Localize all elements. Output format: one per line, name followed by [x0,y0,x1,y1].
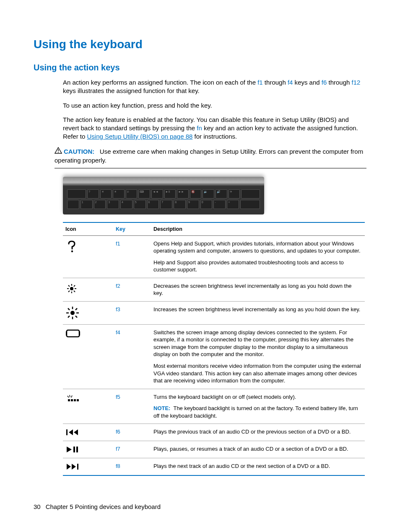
svg-rect-30 [77,399,79,401]
caution-text: Use extreme care when making changes in … [55,148,363,164]
desc-text: Plays the previous track of an audio CD … [153,428,362,436]
desc-text: Decreases the screen brightness level in… [153,282,362,297]
caution-label: CAUTION: [64,148,94,155]
chapter-label: Chapter 5 Pointing devices and keyboard [46,503,161,510]
key-ref-fn: fn [197,124,202,132]
text: keys and [293,79,321,86]
table-row: f7 Plays, pauses, or resumes a track of … [63,441,365,458]
svg-rect-27 [68,399,70,401]
svg-rect-32 [73,447,75,452]
play-pause-icon [63,441,113,458]
svg-line-25 [70,395,70,397]
svg-line-11 [68,291,70,292]
text: through [263,79,288,86]
key-cell: f5 [113,389,151,424]
svg-line-18 [75,316,77,318]
display-switch-icon [63,324,113,389]
table-row: f5 Turns the keyboard backlight on or of… [63,389,365,424]
key-cell: f6 [113,424,151,441]
key-cell: f4 [113,324,151,389]
brightness-up-icon [63,301,113,324]
svg-line-26 [71,395,72,398]
desc-text: Increases the screen brightness level in… [153,306,362,313]
key-cell: f2 [113,278,151,301]
backlight-icon [63,389,113,424]
note-block: NOTE: The keyboard backlight is turned o… [153,405,362,419]
svg-rect-28 [71,399,73,401]
key-ref-f1: f1 [257,79,263,86]
table-row: f4 Switches the screen image among displ… [63,324,365,389]
svg-line-20 [68,316,70,318]
note-text: The keyboard backlight is turned on at t… [153,405,358,419]
keyboard-illustration: ?☀☀⎚⌨◄◄►II►►🔇🔉🔊✈ `1234567890-= [63,177,264,214]
page-number: 30 [34,503,41,510]
key-cell: f7 [113,441,151,458]
text: An action key performs an assigned funct… [63,79,257,86]
table-row: f1 Opens Help and Support, which provide… [63,235,365,278]
desc-cell: Plays the next track of an audio CD or t… [151,458,365,476]
svg-line-17 [68,308,70,310]
table-row: f2 Decreases the screen brightness level… [63,278,365,301]
brightness-down-icon [63,278,113,301]
desc-text: Turns the keyboard backlight on or off (… [153,393,362,401]
caution-block: CAUTION: Use extreme care when making ch… [55,147,366,168]
key-cell: f8 [113,458,151,476]
paragraph-1: An action key performs an assigned funct… [63,78,366,96]
text: keys illustrates the assigned function f… [63,87,200,94]
svg-point-2 [71,250,73,252]
svg-point-3 [70,287,73,290]
key-cell: f1 [113,235,151,278]
note-label: NOTE: [153,405,170,411]
svg-line-10 [74,285,75,287]
key-ref-f6: f6 [322,79,327,86]
svg-rect-33 [76,447,78,452]
svg-rect-22 [66,331,67,336]
svg-point-12 [70,311,75,315]
key-cell: f3 [113,301,151,324]
desc-text: Opens Help and Support, which provides t… [153,240,362,255]
key-ref-f12: f12 [352,79,361,86]
svg-line-8 [68,285,70,287]
key-ref-f4: f4 [288,79,293,86]
prev-track-icon [63,424,113,441]
help-icon [63,235,113,278]
svg-line-24 [68,396,69,398]
next-track-icon [63,458,113,476]
table-row: f3 Increases the screen brightness level… [63,301,365,324]
desc-cell: Plays, pauses, or resumes a track of an … [151,441,365,458]
table-row: f6 Plays the previous track of an audio … [63,424,365,441]
desc-text: Switches the screen image among display … [153,329,362,358]
text: through [327,79,351,86]
svg-rect-34 [77,464,78,470]
desc-cell: Increases the screen brightness level in… [151,301,365,324]
svg-rect-29 [74,399,76,401]
caution-icon [55,147,62,156]
desc-text: Plays the next track of an audio CD or t… [153,462,362,470]
desc-cell: Switches the screen image among display … [151,324,365,389]
section-heading: Using the action keys [34,63,366,72]
desc-cell: Decreases the screen brightness level in… [151,278,365,301]
action-keys-table: Icon Key Description f1 Opens Help and S… [63,222,365,476]
svg-line-19 [75,308,77,310]
paragraph-2: To use an action key function, press and… [63,101,366,110]
svg-line-9 [74,291,75,292]
desc-cell: Turns the keyboard backlight on or off (… [151,389,365,424]
svg-point-1 [58,152,59,152]
desc-text: Plays, pauses, or resumes a track of an … [153,445,362,453]
th-icon: Icon [63,222,113,236]
th-desc: Description [151,222,365,236]
paragraph-3: The action key feature is enabled at the… [63,116,366,141]
text: for instructions. [192,133,237,140]
desc-text: Help and Support also provides automated… [153,259,362,274]
page-heading: Using the keyboard [34,38,366,51]
link-setup-utility[interactable]: Using Setup Utility (BIOS) on page 88 [87,133,193,140]
desc-cell: Plays the previous track of an audio CD … [151,424,365,441]
svg-rect-31 [66,429,68,435]
page-footer: 30Chapter 5 Pointing devices and keyboar… [34,503,161,510]
svg-rect-21 [67,330,79,337]
desc-cell: Opens Help and Support, which provides t… [151,235,365,278]
table-row: f8 Plays the next track of an audio CD o… [63,458,365,476]
th-key: Key [113,222,151,236]
svg-rect-23 [79,331,81,336]
desc-text: Most external monitors receive video inf… [153,362,362,385]
